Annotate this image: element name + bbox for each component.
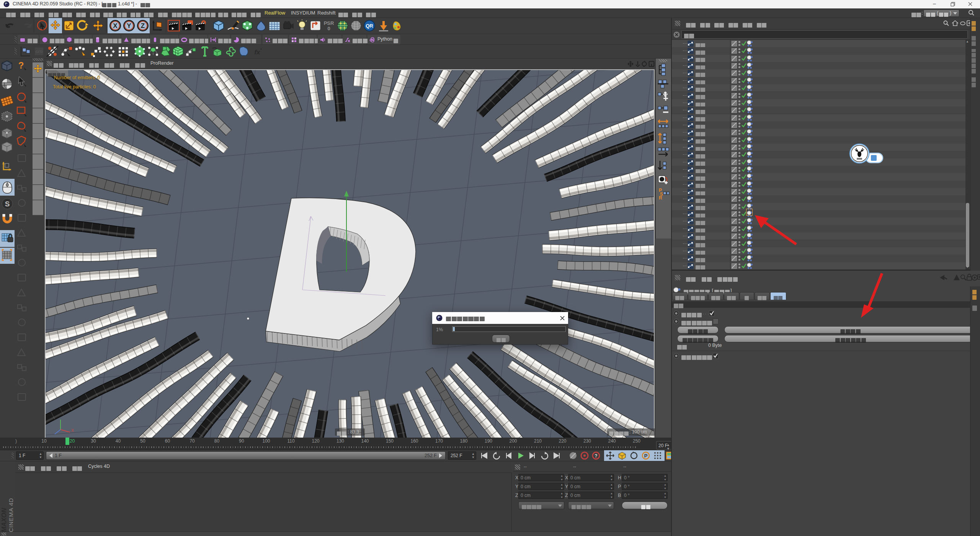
svg-text:?: ? <box>18 60 24 70</box>
svg-text:PSR: PSR <box>324 20 334 26</box>
svg-text:X: X <box>71 428 74 433</box>
svg-text:?: ? <box>595 453 597 459</box>
svg-text:QR: QR <box>366 23 373 29</box>
svg-text:S: S <box>5 200 10 208</box>
svg-text:P: P <box>644 453 648 459</box>
svg-text:Z: Z <box>141 22 145 29</box>
svg-text:CINEMA 4D: CINEMA 4D <box>8 498 14 532</box>
svg-text:Y: Y <box>127 22 131 29</box>
svg-text:GFD: GFD <box>36 50 43 54</box>
svg-text:MAXON: MAXON <box>0 508 8 532</box>
svg-text:X: X <box>113 22 118 29</box>
svg-text:0: 0 <box>327 26 330 31</box>
svg-text:R: R <box>659 195 662 200</box>
svg-text:fx: fx <box>254 49 261 56</box>
